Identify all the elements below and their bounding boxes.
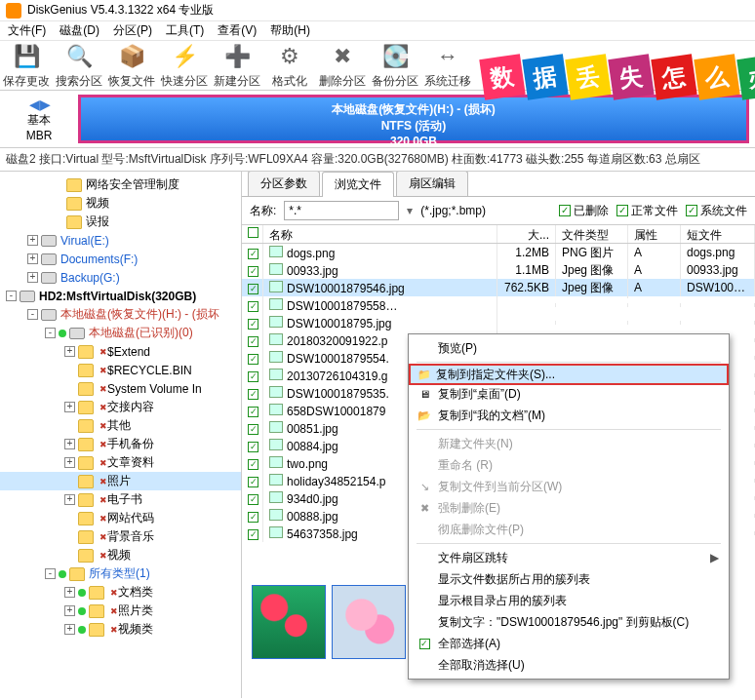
toolbar-格式化[interactable]: ⚙格式化 [263,44,316,90]
thumbnail[interactable] [332,585,406,659]
expander-icon[interactable]: + [27,253,38,264]
expander-icon[interactable]: + [64,605,75,616]
col-attr[interactable]: 属性 [628,225,681,243]
expander-icon[interactable] [64,476,75,486]
tree-item[interactable]: ✖背景音乐 [0,527,241,546]
expander-icon[interactable]: + [64,346,75,357]
file-row[interactable]: ✓DSW100018795.jpg [242,314,755,331]
file-row[interactable]: ✓DSW10001879546.jpg762.5KBJpeg 图像ADSW100… [242,279,755,296]
tree-item[interactable]: 网络安全管理制度 [0,175,241,194]
menu-tools[interactable]: 工具(T) [166,22,204,39]
file-row[interactable]: ✓dogs.png1.2MBPNG 图片Adogs.png [242,244,755,261]
tree-label: 视频类 [118,621,153,638]
toolbar-系统迁移[interactable]: ↔系统迁移 [421,44,474,90]
expander-icon[interactable] [64,420,75,431]
expander-icon[interactable]: + [64,457,75,468]
context-menu-item[interactable]: 🖥复制到“桌面”(D) [411,383,727,405]
tab-browse-files[interactable]: 浏览文件 [322,172,394,197]
expander-icon[interactable] [64,513,75,524]
tree-item[interactable]: +✖交接内容 [0,398,241,416]
tree-item[interactable]: -本地磁盘(恢复文件)(H:) - (损坏 [0,305,241,324]
tree-item[interactable]: +Documents(F:) [0,250,241,268]
context-menu-item[interactable]: 📁复制到指定文件夹(S)... [409,364,729,385]
tree-item[interactable]: -HD2:MsftVirtualDisk(320GB) [0,287,241,305]
tree-item[interactable]: ✖照片 [0,472,241,490]
menu-file[interactable]: 文件(F) [8,22,46,39]
expander-icon[interactable]: - [45,568,56,579]
menu-disk[interactable]: 磁盘(D) [60,22,99,39]
tree-item[interactable]: +✖文档类 [0,583,241,602]
col-name[interactable]: 名称 [263,225,497,243]
context-menu-item[interactable]: 📂复制到“我的文档”(M) [411,405,727,426]
expander-icon[interactable]: + [27,272,38,283]
toolbar-快速分区[interactable]: ⚡快速分区 [158,44,211,90]
filter-input[interactable] [284,201,399,220]
expander-icon[interactable] [64,550,75,561]
tree-item[interactable]: +Backup(G:) [0,268,241,287]
expander-icon[interactable]: + [64,402,75,412]
expander-icon[interactable] [64,531,75,542]
toolbar-新建分区[interactable]: ➕新建分区 [211,44,263,90]
menu-help[interactable]: 帮助(H) [270,22,310,39]
expander-icon[interactable]: - [27,309,38,320]
folder-icon [78,475,94,488]
expander-icon[interactable]: + [64,587,75,598]
expander-icon[interactable]: + [27,235,38,246]
file-row[interactable]: ✓DSW10001879558… [242,296,755,314]
nav-arrows-icon[interactable]: ◀ ▶ [0,97,78,112]
menu-view[interactable]: 查看(V) [218,22,257,39]
tree-item[interactable]: ✖其他 [0,416,241,435]
context-menu-item[interactable]: ✓全部选择(A) [411,633,727,654]
expander-icon[interactable]: - [6,291,17,301]
toolbar-搜索分区[interactable]: 🔍搜索分区 [53,44,105,90]
toolbar-删除分区[interactable]: ✖删除分区 [316,44,369,90]
expander-icon[interactable]: - [45,328,56,338]
col-check[interactable] [242,225,263,243]
tree-item[interactable]: +✖视频类 [0,620,241,639]
expander-icon[interactable] [53,216,63,227]
col-short[interactable]: 短文件 [681,225,755,243]
tree-item[interactable]: 视频 [0,194,241,213]
context-menu-item[interactable]: 全部取消选择(U) [411,654,727,676]
context-menu-item[interactable]: 预览(P) [411,337,727,359]
tree-item[interactable]: +✖电子书 [0,490,241,509]
tree-item[interactable]: +Virual(E:) [0,231,241,250]
col-size[interactable]: 大... [497,225,556,243]
partition-bar[interactable]: 本地磁盘(恢复文件)(H:) - (损坏) NTFS (活动) 320.0GB [78,95,749,143]
expander-icon[interactable] [53,179,63,190]
toolbar-保存更改[interactable]: 💾保存更改 [0,44,53,90]
menu-partition[interactable]: 分区(P) [113,22,152,39]
file-row[interactable]: ✓00933.jpg1.1MBJpeg 图像A00933.jpg [242,261,755,279]
tree-item[interactable]: 误报 [0,213,241,231]
thumbnail[interactable] [252,585,326,659]
chk-system[interactable]: ✓系统文件 [686,203,747,219]
chk-normal[interactable]: ✓正常文件 [616,203,678,219]
tree-item[interactable]: ✖视频 [0,546,241,564]
tree-item[interactable]: ✖网站代码 [0,509,241,527]
tab-partition-params[interactable]: 分区参数 [248,172,320,196]
expander-icon[interactable]: + [64,494,75,505]
expander-icon[interactable]: + [64,624,75,635]
tree-item[interactable]: +✖$Extend [0,342,241,361]
expander-icon[interactable] [53,198,63,209]
tree-item[interactable]: ✖$RECYCLE.BIN [0,361,241,379]
context-menu-item[interactable]: 文件扇区跳转▶ [411,547,727,568]
tree-item[interactable]: -所有类型(1) [0,564,241,583]
expander-icon[interactable] [64,383,75,394]
toolbar-备份分区[interactable]: 💽备份分区 [369,44,421,90]
tree-item[interactable]: +✖手机备份 [0,435,241,453]
tree-panel[interactable]: 网络安全管理制度视频误报+Virual(E:)+Documents(F:)+Ba… [0,172,242,698]
col-type[interactable]: 文件类型 [556,225,628,243]
expander-icon[interactable]: + [64,439,75,449]
tree-item[interactable]: ✖System Volume In [0,379,241,398]
tab-sector-edit[interactable]: 扇区编辑 [396,172,468,196]
toolbar-恢复文件[interactable]: 📦恢复文件 [105,44,158,90]
context-menu-item[interactable]: 复制文字："DSW10001879546.jpg" 到剪贴板(C) [411,611,727,633]
chk-deleted[interactable]: ✓已删除 [559,203,609,219]
tree-item[interactable]: +✖照片类 [0,602,241,620]
tree-item[interactable]: -本地磁盘(已识别)(0) [0,324,241,342]
context-menu-item[interactable]: 显示文件数据所占用的簇列表 [411,568,727,590]
expander-icon[interactable] [64,365,75,375]
context-menu-item[interactable]: 显示根目录占用的簇列表 [411,590,727,611]
tree-item[interactable]: +✖文章资料 [0,453,241,472]
